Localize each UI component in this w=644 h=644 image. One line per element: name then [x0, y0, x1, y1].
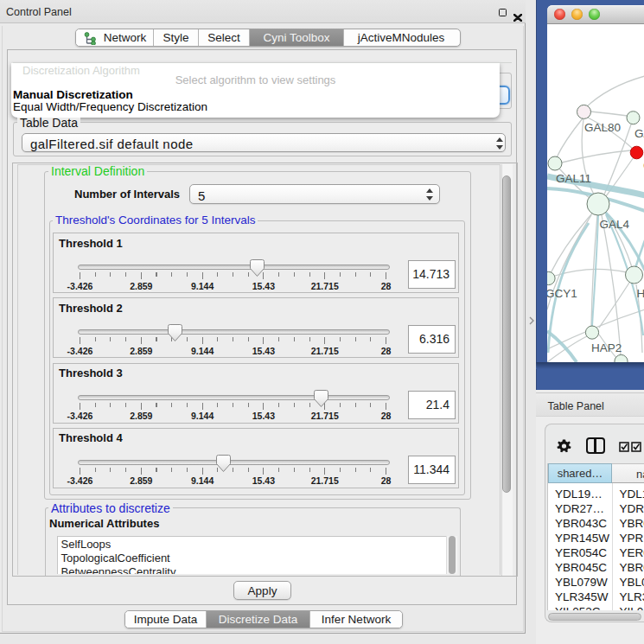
svg-text:GAL80: GAL80 — [584, 121, 621, 134]
svg-text:H: H — [636, 287, 644, 300]
svg-text:GCY1: GCY1 — [547, 287, 577, 300]
svg-text:HAP2: HAP2 — [591, 341, 622, 354]
svg-text:GAL11: GAL11 — [556, 172, 591, 185]
svg-text:GA: GA — [634, 127, 644, 140]
svg-text:GAL4: GAL4 — [599, 218, 629, 231]
